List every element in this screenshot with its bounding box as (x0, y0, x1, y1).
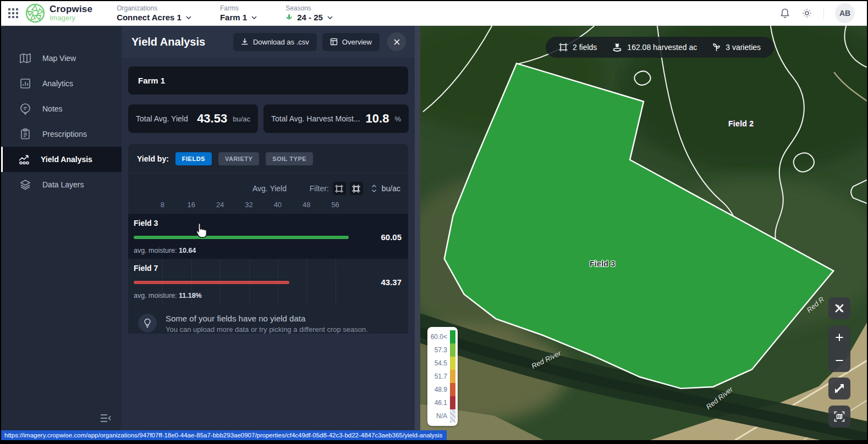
farms-value: Farm 1 (220, 13, 247, 22)
seasons-label: Seasons (285, 4, 333, 12)
stat-total-avg-yield: Total Avg. Yield 43.53 bu/ac (128, 104, 258, 133)
sidebar-item-yield-analysis[interactable]: Yield Analysis (1, 147, 122, 172)
sidebar-item-notes[interactable]: Notes (1, 96, 122, 121)
pill-text: 2 fields (573, 43, 597, 52)
fit-bounds-button[interactable] (828, 406, 850, 428)
farms-selector[interactable]: Farms Farm 1 (220, 4, 257, 22)
summary-stats: Total Avg. Yield 43.53 bu/ac Total Avg. … (128, 104, 408, 133)
analytics-icon (19, 77, 31, 90)
farm-card[interactable]: Farm 1 (128, 66, 408, 95)
download-csv-label: Download as .csv (253, 38, 309, 46)
close-panel-button[interactable] (387, 32, 406, 51)
layers-icon (19, 179, 31, 191)
sort-icon[interactable] (371, 185, 377, 192)
no-yield-data-note: Some of your fields have no yield data Y… (128, 304, 408, 334)
zoom-in-button[interactable] (828, 326, 850, 349)
download-csv-button[interactable]: Download as .csv (233, 33, 317, 51)
sidebar-item-map-view[interactable]: Map View (1, 46, 122, 71)
settings-gear-icon[interactable] (801, 8, 812, 19)
zoom-out-button[interactable] (828, 349, 850, 372)
note-subtitle: You can upload more data or try picking … (166, 325, 368, 334)
variety-sprout-icon (712, 43, 721, 52)
map-tools-button[interactable] (828, 297, 850, 319)
chart-unit: bu/ac (382, 184, 400, 193)
map-frame-icon (834, 411, 845, 422)
row-value: 43.37 (371, 278, 402, 287)
legend-label: 54.5 (430, 359, 450, 367)
legend-swatch (450, 383, 455, 396)
left-sidebar: Map View Analytics Notes Prescriptions (1, 26, 122, 440)
overview-button[interactable]: Overview (322, 33, 380, 51)
organizations-label: Organizations (117, 4, 191, 12)
row-moisture: avg. moisture: 11.18% (134, 292, 402, 299)
panel-header: Yield Analysis Download as .csv Overview (122, 26, 420, 58)
legend-swatch (450, 396, 455, 409)
map-icon (19, 52, 31, 64)
tab-variety[interactable]: VARIETY (218, 152, 259, 165)
map-view[interactable]: Field 2 Field 3 Red River Red R Red Rive… (420, 26, 867, 440)
app-launcher-grid-icon[interactable] (1, 8, 25, 18)
sidebar-item-data-layers[interactable]: Data Layers (1, 172, 122, 197)
chart-row-field-3[interactable]: Field 3 60.05 avg. moisture: 10.64 (128, 214, 408, 259)
close-icon (393, 38, 400, 46)
yield-bar-field-7 (134, 281, 289, 284)
user-avatar[interactable]: AB (835, 3, 855, 23)
download-icon (241, 38, 249, 46)
chevron-down-icon (186, 15, 191, 20)
pill-text: 3 varieties (726, 43, 761, 52)
sidebar-item-prescriptions[interactable]: Prescriptions (1, 121, 122, 147)
axis-tick: 16 (188, 201, 195, 209)
map-stats-pill: 2 fields 162.08 harvested ac 3 varieties (546, 37, 774, 58)
row-moisture: avg. moisture: 10.64 (134, 247, 402, 254)
chart-row-field-7[interactable]: Field 7 43.37 avg. moisture: 11.18% (128, 259, 408, 304)
expand-arrows-icon (834, 384, 844, 393)
axis-tick: 48 (303, 201, 310, 209)
tab-fields[interactable]: FIELDS (175, 152, 212, 165)
filter-field-filled-icon[interactable] (350, 182, 363, 195)
axis-tick: 32 (245, 201, 252, 209)
map-label-field-2[interactable]: Field 2 (728, 119, 754, 128)
farm-name: Farm 1 (138, 76, 398, 85)
cropwise-aperture-icon (25, 3, 45, 23)
sidebar-item-label: Map View (42, 54, 76, 63)
chart-rows: Field 3 60.05 avg. moisture: 10.64 Field… (128, 214, 408, 304)
top-header: Cropwise Imagery Organizations Connect A… (1, 1, 867, 26)
filter-label: Filter: (310, 184, 329, 193)
panel-title: Yield Analysis (131, 36, 205, 48)
harvest-icon (612, 43, 622, 52)
row-field-name: Field 3 (134, 219, 402, 227)
notifications-bell-icon[interactable] (779, 8, 790, 19)
cropwise-app: Cropwise Imagery Organizations Connect A… (1, 1, 867, 440)
chart-header: Avg. Yield Filter: (134, 173, 400, 197)
axis-tick: 24 (216, 201, 224, 209)
seasons-selector[interactable]: Seasons 24 - 25 (285, 4, 333, 22)
legend-label: 60.0< (430, 333, 450, 341)
fullscreen-button[interactable] (828, 378, 850, 399)
plus-icon (835, 333, 844, 342)
chevron-down-icon (327, 15, 333, 20)
axis-tick: 8 (161, 201, 164, 209)
legend-swatch (450, 330, 455, 343)
browser-window: Cropwise Imagery Organizations Connect A… (0, 0, 868, 444)
row-value: 60.05 (371, 232, 402, 242)
map-label-field-3[interactable]: Field 3 (590, 259, 615, 268)
cropwise-logo[interactable]: Cropwise Imagery (25, 3, 92, 23)
tab-soil-type[interactable]: SOIL TYPE (266, 152, 313, 165)
organizations-selector[interactable]: Organizations Connect Acres 1 (117, 4, 191, 22)
axis-tick: 40 (274, 201, 282, 209)
sidebar-item-label: Notes (42, 104, 63, 113)
row-field-name: Field 7 (134, 264, 402, 273)
collapse-sidebar-icon[interactable] (100, 414, 112, 425)
pill-fields-count: 2 fields (559, 43, 597, 52)
filter-field-outline-icon[interactable] (333, 182, 346, 195)
yield-by-tabs: Yield by: FIELDS VARIETY SOIL TYPE (128, 144, 408, 173)
legend-swatch (450, 343, 455, 357)
legend-label: 57.3 (430, 346, 450, 354)
stat-unit: % (394, 115, 401, 123)
browser-status-url: https://imagery.cropwise.com/app/organiz… (1, 430, 447, 440)
sidebar-item-analytics[interactable]: Analytics (1, 71, 122, 96)
notes-icon (19, 103, 31, 115)
stat-label: Total Avg. Yield (136, 114, 188, 123)
sidebar-item-label: Data Layers (42, 180, 84, 189)
stat-label: Total Avg. Harvest Moist... (271, 114, 360, 123)
